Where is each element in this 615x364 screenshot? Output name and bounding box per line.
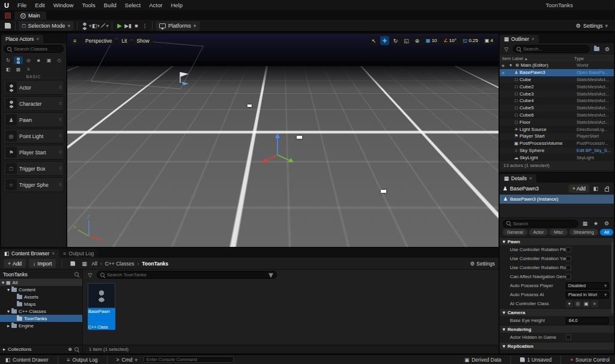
tree-item-maps[interactable]: Maps [0, 300, 82, 308]
view-mode-lit-dropdown[interactable]: Lit [118, 36, 130, 45]
outliner-row-floor[interactable]: □ Floor StaticMeshAct... [500, 118, 614, 126]
favorites-star-icon[interactable]: ★ [592, 219, 600, 228]
drag-grip-icon[interactable]: ⠿ [59, 118, 62, 123]
move-tool-icon[interactable]: ✚ [380, 36, 389, 45]
menu-actor[interactable]: Actor [145, 0, 166, 10]
player-start-flag-icon[interactable] [174, 68, 192, 86]
class-dropdown[interactable]: ▾ [566, 300, 573, 308]
vfx-category-icon[interactable]: ◇ [55, 56, 64, 64]
stop-button[interactable]: ■ [132, 22, 141, 30]
open-blueprint-link[interactable]: Open BasePa... [577, 70, 614, 75]
tab-details[interactable]: ▦ Details × [500, 174, 536, 183]
menu-help[interactable]: Help [166, 0, 187, 10]
checkbox[interactable] [566, 274, 571, 279]
breadcrumb-toontanks[interactable]: ToonTanks [142, 261, 168, 267]
checkbox[interactable] [566, 335, 571, 340]
search-icon[interactable] [74, 272, 79, 277]
source-control-button[interactable]: ● Source Control [568, 357, 612, 363]
filter-tab-misc[interactable]: Misc [550, 229, 567, 235]
add-asset-button[interactable]: + Add [4, 259, 26, 268]
drag-grip-icon[interactable]: ⠿ [59, 102, 62, 106]
lights-category-icon[interactable]: ◎ [24, 56, 33, 64]
grid-vertex-handle[interactable] [381, 190, 386, 193]
add-actor-icon[interactable]: ▾ [80, 22, 92, 30]
details-scrollbar[interactable] [611, 241, 613, 314]
unsaved-changes-button[interactable]: 1 Unsaved [518, 357, 554, 363]
play-button[interactable]: ▶ [115, 22, 124, 30]
output-log-button[interactable]: ≡ Output Log [65, 357, 100, 363]
visibility-eye-icon[interactable]: ◉ [501, 70, 507, 74]
drag-grip-icon[interactable]: ⠿ [59, 166, 62, 171]
play-options-kebab-icon[interactable]: ⋮ [141, 22, 149, 30]
viewport-3d[interactable]: Z Y X ≡ Perspective Lit Show ↖ ✚ ↻ ◱ ⊕ [67, 34, 498, 247]
shapes-category-icon[interactable]: ■ [34, 56, 43, 64]
asset-tile-basepawn[interactable]: BasePawn C++ Class [88, 283, 115, 330]
tree-item-content[interactable]: ▾ Content [0, 286, 82, 293]
filter-tab-all[interactable]: All [600, 229, 613, 235]
tab-outliner[interactable]: ▦ Outliner × [500, 35, 539, 43]
menu-tools[interactable]: Tools [77, 0, 99, 10]
section-camera[interactable]: ▾ Camera [500, 308, 614, 316]
drag-grip-icon[interactable]: ⠿ [59, 183, 62, 187]
search-icon[interactable] [74, 347, 79, 352]
unreal-logo-icon[interactable]: U [0, 2, 13, 9]
chevron-down-icon[interactable]: ▾ [7, 287, 10, 293]
edit-blueprint-link[interactable]: Edit BP_Sky_S... [577, 148, 614, 153]
tab-output-log[interactable]: ≡ Output Log [59, 249, 98, 258]
skip-button[interactable]: ▶▮ [124, 22, 132, 30]
place-actor-item-point-light[interactable]: ◎ Point Light ⠿ [3, 129, 64, 144]
chevron-down-icon[interactable]: ▾ [507, 62, 514, 68]
add-component-button[interactable]: + Add [569, 184, 589, 193]
checkbox[interactable] [566, 247, 571, 252]
filter-funnel-icon[interactable]: ▽ [502, 45, 510, 53]
auto-possess-ai-select[interactable]: Placed in Worl ▾ [566, 291, 609, 299]
checkbox[interactable] [566, 265, 571, 270]
tab-content-browser[interactable]: ◧ Content Browser × [0, 249, 59, 258]
show-flags-dropdown[interactable]: Show [133, 36, 153, 45]
section-rendering[interactable]: ▾ Rendering [500, 325, 614, 333]
filter-tab-streaming[interactable]: Streaming [569, 229, 598, 235]
save-all-icon[interactable] [68, 259, 77, 268]
menu-edit[interactable]: Edit [31, 0, 49, 10]
recent-levels-icon[interactable] [5, 13, 11, 19]
chevron-down-icon[interactable]: ▾ [2, 280, 4, 285]
collections-bar[interactable]: ▸ Collections ⊕ [0, 345, 83, 353]
filter-tab-actor[interactable]: Actor [529, 229, 548, 235]
asset-search[interactable]: ▾ [97, 271, 277, 279]
outliner-settings-gear-icon[interactable]: ⚙ [603, 45, 611, 53]
outliner-row-player-start[interactable]: ⚑ Player Start PlayerStart [500, 133, 614, 140]
place-actors-search[interactable] [4, 45, 64, 53]
place-actor-item-pawn[interactable]: ♟ Pawn ⠿ [3, 112, 64, 127]
display-options-icon[interactable]: ▦ [581, 219, 589, 228]
platforms-dropdown[interactable]: Platforms ▾ [156, 21, 200, 31]
outliner-row-world[interactable]: ◉ ▾ ⊕ Main (Editor) World [500, 62, 614, 69]
add-collection-icon[interactable]: ⊕ [68, 347, 72, 352]
place-actor-item-trigger-sphere[interactable]: ○ Trigger Sphe ⠿ [3, 177, 64, 192]
asset-search-input[interactable] [107, 272, 267, 278]
blueprints-icon[interactable]: ◧▾ [92, 22, 100, 30]
cmd-dropdown[interactable]: > Cmd ▾ [114, 357, 140, 363]
place-actor-item-player-start[interactable]: ⚑ Player Start ⠿ [3, 145, 64, 160]
base-eye-height-input[interactable]: 64.0 [566, 317, 609, 324]
geometry-category-icon[interactable]: ◧ [4, 65, 13, 73]
editor-mode-dropdown[interactable]: □ Selection Mode ▾ [19, 21, 74, 31]
breadcrumb-cpp-classes[interactable]: C++ Classes [105, 261, 135, 267]
grid-snap-control[interactable]: ▦ 10 [423, 36, 439, 45]
chevron-right-icon[interactable]: ▸ [3, 347, 5, 352]
browse-icon[interactable]: ◧ [592, 184, 600, 193]
component-instance-row[interactable]: ♟ BasePawn3 (Instance) [500, 195, 614, 204]
close-icon[interactable]: × [532, 36, 535, 42]
auto-possess-player-select[interactable]: Disabled ▾ [566, 282, 609, 290]
place-actor-item-actor[interactable]: Actor ⠿ [3, 80, 64, 95]
browse-to-asset-icon[interactable]: ▣ [583, 300, 590, 308]
volumes-category-icon[interactable]: ▦ [14, 65, 23, 73]
section-pawn[interactable]: ▾ Pawn [500, 237, 614, 245]
menu-select[interactable]: Select [121, 0, 145, 10]
chevron-down-icon[interactable]: ▾ [268, 269, 273, 281]
perspective-dropdown[interactable]: Perspective [82, 36, 115, 45]
tree-item-toontanks[interactable]: ToonTanks [0, 315, 82, 322]
viewport-options-hamburger-icon[interactable]: ≡ [70, 36, 79, 45]
outliner-row-cube5[interactable]: □ Cube5 StaticMeshAct... [500, 105, 614, 112]
tree-item-assets[interactable]: Assets [0, 293, 82, 300]
close-icon[interactable]: × [52, 250, 55, 256]
